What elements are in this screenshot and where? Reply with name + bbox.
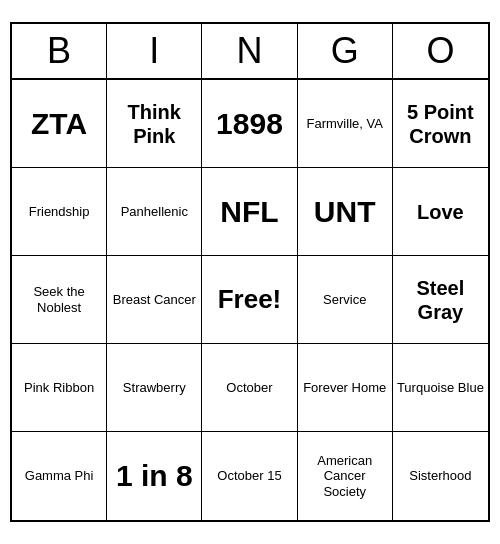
bingo-cell-6: Panhellenic: [107, 168, 202, 256]
bingo-cell-7: NFL: [202, 168, 297, 256]
header-b: B: [12, 24, 107, 78]
bingo-header: B I N G O: [12, 24, 488, 80]
bingo-cell-10: Seek the Noblest: [12, 256, 107, 344]
header-g: G: [298, 24, 393, 78]
bingo-cell-5: Friendship: [12, 168, 107, 256]
bingo-cell-15: Pink Ribbon: [12, 344, 107, 432]
header-n: N: [202, 24, 297, 78]
bingo-cell-24: Sisterhood: [393, 432, 488, 520]
bingo-cell-23: American Cancer Society: [298, 432, 393, 520]
header-i: I: [107, 24, 202, 78]
bingo-cell-16: Strawberry: [107, 344, 202, 432]
bingo-cell-3: Farmville, VA: [298, 80, 393, 168]
bingo-cell-0: ZTA: [12, 80, 107, 168]
bingo-cell-19: Turquoise Blue: [393, 344, 488, 432]
bingo-card: B I N G O ZTAThink Pink1898Farmville, VA…: [10, 22, 490, 522]
bingo-cell-14: Steel Gray: [393, 256, 488, 344]
bingo-cell-12: Free!: [202, 256, 297, 344]
bingo-cell-2: 1898: [202, 80, 297, 168]
bingo-cell-9: Love: [393, 168, 488, 256]
bingo-cell-22: October 15: [202, 432, 297, 520]
bingo-cell-4: 5 Point Crown: [393, 80, 488, 168]
bingo-cell-1: Think Pink: [107, 80, 202, 168]
bingo-cell-13: Service: [298, 256, 393, 344]
bingo-cell-8: UNT: [298, 168, 393, 256]
bingo-cell-11: Breast Cancer: [107, 256, 202, 344]
header-o: O: [393, 24, 488, 78]
bingo-cell-17: October: [202, 344, 297, 432]
bingo-grid: ZTAThink Pink1898Farmville, VA5 Point Cr…: [12, 80, 488, 520]
bingo-cell-21: 1 in 8: [107, 432, 202, 520]
bingo-cell-20: Gamma Phi: [12, 432, 107, 520]
bingo-cell-18: Forever Home: [298, 344, 393, 432]
